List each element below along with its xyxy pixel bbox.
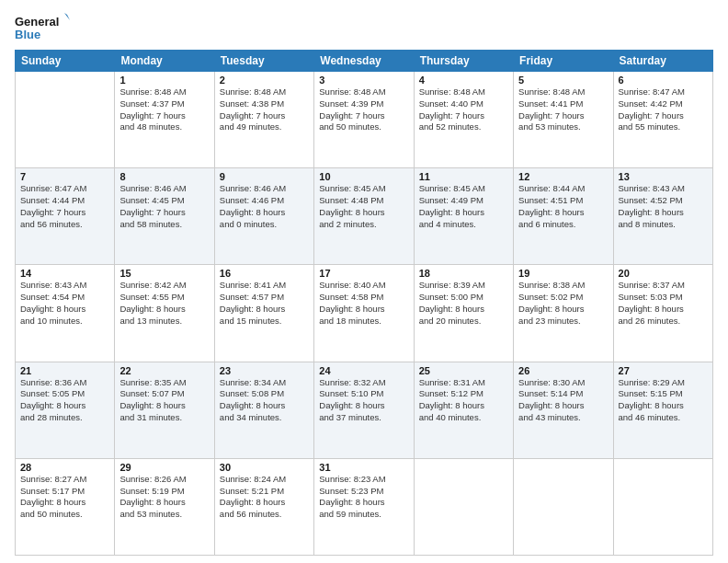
calendar-cell: 3Sunrise: 8:48 AM Sunset: 4:39 PM Daylig… — [314, 72, 414, 168]
day-info: Sunrise: 8:48 AM Sunset: 4:38 PM Dayligh… — [220, 86, 309, 133]
day-number: 23 — [220, 365, 309, 376]
day-number: 22 — [119, 365, 209, 376]
day-info: Sunrise: 8:44 AM Sunset: 4:51 PM Dayligh… — [518, 183, 608, 230]
day-info: Sunrise: 8:48 AM Sunset: 4:40 PM Dayligh… — [419, 86, 508, 133]
day-number: 14 — [20, 268, 109, 279]
day-info: Sunrise: 8:40 AM Sunset: 4:58 PM Dayligh… — [319, 280, 408, 327]
day-number: 27 — [619, 365, 708, 376]
day-info: Sunrise: 8:43 AM Sunset: 4:54 PM Dayligh… — [20, 280, 109, 327]
svg-text:Blue: Blue — [15, 28, 40, 41]
calendar-cell — [16, 72, 115, 168]
calendar-cell: 8Sunrise: 8:46 AM Sunset: 4:45 PM Daylig… — [115, 168, 214, 265]
calendar-cell: 29Sunrise: 8:26 AM Sunset: 5:19 PM Dayli… — [115, 458, 214, 555]
day-info: Sunrise: 8:35 AM Sunset: 5:07 PM Dayligh… — [119, 377, 209, 424]
calendar-cell: 19Sunrise: 8:38 AM Sunset: 5:02 PM Dayli… — [514, 265, 613, 362]
day-number: 16 — [220, 268, 309, 279]
calendar-week-row: 1Sunrise: 8:48 AM Sunset: 4:37 PM Daylig… — [16, 72, 713, 168]
day-info: Sunrise: 8:43 AM Sunset: 4:52 PM Dayligh… — [619, 183, 708, 230]
day-info: Sunrise: 8:34 AM Sunset: 5:08 PM Dayligh… — [220, 377, 309, 424]
day-number: 9 — [220, 171, 309, 182]
calendar-cell — [613, 458, 712, 555]
day-number: 30 — [220, 462, 309, 473]
calendar-cell: 13Sunrise: 8:43 AM Sunset: 4:52 PM Dayli… — [613, 168, 712, 265]
day-info: Sunrise: 8:42 AM Sunset: 4:55 PM Dayligh… — [119, 280, 209, 327]
day-info: Sunrise: 8:37 AM Sunset: 5:03 PM Dayligh… — [619, 280, 708, 327]
calendar-cell: 7Sunrise: 8:47 AM Sunset: 4:44 PM Daylig… — [16, 168, 115, 265]
day-number: 15 — [119, 268, 209, 279]
calendar-cell: 24Sunrise: 8:32 AM Sunset: 5:10 PM Dayli… — [314, 362, 414, 458]
day-info: Sunrise: 8:27 AM Sunset: 5:17 PM Dayligh… — [20, 474, 109, 521]
calendar-cell: 2Sunrise: 8:48 AM Sunset: 4:38 PM Daylig… — [214, 72, 313, 168]
calendar-cell: 1Sunrise: 8:48 AM Sunset: 4:37 PM Daylig… — [115, 72, 214, 168]
day-number: 1 — [119, 75, 209, 86]
calendar-cell: 27Sunrise: 8:29 AM Sunset: 5:15 PM Dayli… — [613, 362, 712, 458]
calendar-cell — [514, 458, 613, 555]
calendar-cell: 31Sunrise: 8:23 AM Sunset: 5:23 PM Dayli… — [314, 458, 414, 555]
day-number: 29 — [119, 462, 209, 473]
day-info: Sunrise: 8:39 AM Sunset: 5:00 PM Dayligh… — [419, 280, 508, 327]
day-info: Sunrise: 8:47 AM Sunset: 4:42 PM Dayligh… — [619, 86, 708, 133]
calendar-weekday-saturday: Saturday — [613, 51, 712, 72]
calendar-cell: 6Sunrise: 8:47 AM Sunset: 4:42 PM Daylig… — [613, 72, 712, 168]
calendar-week-row: 7Sunrise: 8:47 AM Sunset: 4:44 PM Daylig… — [16, 168, 713, 265]
calendar-cell: 21Sunrise: 8:36 AM Sunset: 5:05 PM Dayli… — [16, 362, 115, 458]
day-info: Sunrise: 8:36 AM Sunset: 5:05 PM Dayligh… — [20, 377, 109, 424]
calendar-weekday-monday: Monday — [115, 51, 214, 72]
day-info: Sunrise: 8:41 AM Sunset: 4:57 PM Dayligh… — [220, 280, 309, 327]
calendar-table: SundayMondayTuesdayWednesdayThursdayFrid… — [15, 50, 713, 556]
day-number: 19 — [518, 268, 608, 279]
day-number: 26 — [518, 365, 608, 376]
svg-marker-1 — [64, 13, 70, 20]
calendar-cell: 4Sunrise: 8:48 AM Sunset: 4:40 PM Daylig… — [414, 72, 513, 168]
calendar-cell: 28Sunrise: 8:27 AM Sunset: 5:17 PM Dayli… — [16, 458, 115, 555]
calendar-cell: 14Sunrise: 8:43 AM Sunset: 4:54 PM Dayli… — [16, 265, 115, 362]
calendar-cell: 16Sunrise: 8:41 AM Sunset: 4:57 PM Dayli… — [214, 265, 313, 362]
calendar-cell: 20Sunrise: 8:37 AM Sunset: 5:03 PM Dayli… — [613, 265, 712, 362]
day-number: 8 — [119, 171, 209, 182]
day-number: 11 — [419, 171, 508, 182]
calendar-weekday-sunday: Sunday — [16, 51, 115, 72]
day-number: 4 — [419, 75, 508, 86]
calendar-header-row: SundayMondayTuesdayWednesdayThursdayFrid… — [16, 51, 713, 72]
day-info: Sunrise: 8:23 AM Sunset: 5:23 PM Dayligh… — [319, 474, 408, 521]
day-number: 25 — [419, 365, 508, 376]
day-info: Sunrise: 8:31 AM Sunset: 5:12 PM Dayligh… — [419, 377, 508, 424]
day-info: Sunrise: 8:29 AM Sunset: 5:15 PM Dayligh… — [619, 377, 708, 424]
day-number: 2 — [220, 75, 309, 86]
day-number: 13 — [619, 171, 708, 182]
calendar-cell: 15Sunrise: 8:42 AM Sunset: 4:55 PM Dayli… — [115, 265, 214, 362]
day-number: 20 — [619, 268, 708, 279]
day-number: 7 — [20, 171, 109, 182]
calendar-weekday-friday: Friday — [514, 51, 613, 72]
calendar-cell: 18Sunrise: 8:39 AM Sunset: 5:00 PM Dayli… — [414, 265, 513, 362]
day-info: Sunrise: 8:48 AM Sunset: 4:41 PM Dayligh… — [518, 86, 608, 133]
calendar-cell: 30Sunrise: 8:24 AM Sunset: 5:21 PM Dayli… — [214, 458, 313, 555]
day-number: 10 — [319, 171, 408, 182]
calendar-cell: 17Sunrise: 8:40 AM Sunset: 4:58 PM Dayli… — [314, 265, 414, 362]
calendar-cell: 11Sunrise: 8:45 AM Sunset: 4:49 PM Dayli… — [414, 168, 513, 265]
logo: General Blue — [15, 11, 70, 44]
day-number: 18 — [419, 268, 508, 279]
logo-svg: General Blue — [15, 11, 70, 44]
page: General Blue SundayMondayTuesdayWednesda… — [0, 0, 728, 563]
day-number: 12 — [518, 171, 608, 182]
calendar-cell: 22Sunrise: 8:35 AM Sunset: 5:07 PM Dayli… — [115, 362, 214, 458]
day-info: Sunrise: 8:32 AM Sunset: 5:10 PM Dayligh… — [319, 377, 408, 424]
day-number: 31 — [319, 462, 408, 473]
calendar-week-row: 21Sunrise: 8:36 AM Sunset: 5:05 PM Dayli… — [16, 362, 713, 458]
day-info: Sunrise: 8:47 AM Sunset: 4:44 PM Dayligh… — [20, 183, 109, 230]
day-info: Sunrise: 8:24 AM Sunset: 5:21 PM Dayligh… — [220, 474, 309, 521]
day-number: 28 — [20, 462, 109, 473]
day-info: Sunrise: 8:48 AM Sunset: 4:39 PM Dayligh… — [319, 86, 408, 133]
day-number: 24 — [319, 365, 408, 376]
calendar-week-row: 28Sunrise: 8:27 AM Sunset: 5:17 PM Dayli… — [16, 458, 713, 555]
calendar-cell: 26Sunrise: 8:30 AM Sunset: 5:14 PM Dayli… — [514, 362, 613, 458]
day-info: Sunrise: 8:26 AM Sunset: 5:19 PM Dayligh… — [119, 474, 209, 521]
day-number: 6 — [619, 75, 708, 86]
day-info: Sunrise: 8:45 AM Sunset: 4:48 PM Dayligh… — [319, 183, 408, 230]
svg-text:General: General — [15, 15, 59, 29]
day-number: 17 — [319, 268, 408, 279]
calendar-cell: 5Sunrise: 8:48 AM Sunset: 4:41 PM Daylig… — [514, 72, 613, 168]
calendar-cell: 23Sunrise: 8:34 AM Sunset: 5:08 PM Dayli… — [214, 362, 313, 458]
day-info: Sunrise: 8:38 AM Sunset: 5:02 PM Dayligh… — [518, 280, 608, 327]
